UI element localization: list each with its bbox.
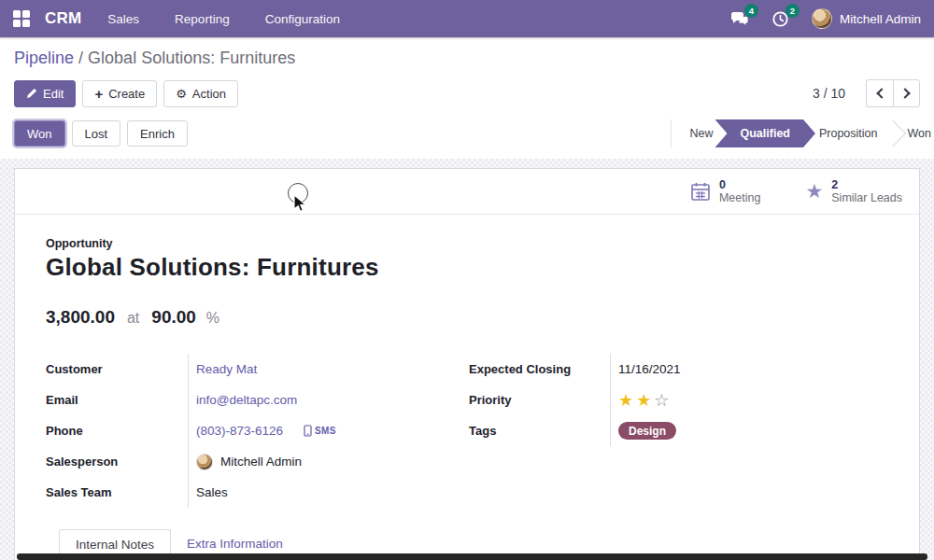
create-button[interactable]: + Create — [82, 80, 157, 107]
messages-icon[interactable]: 4 — [729, 8, 750, 29]
phone-link[interactable]: (803)-873-6126 — [196, 424, 283, 438]
expected-revenue: 3,800.00 at 90.00 % — [46, 307, 888, 328]
field-row-customer: Customer Ready Mat — [46, 354, 450, 385]
calendar-icon — [690, 181, 711, 202]
priority-stars[interactable]: ★★☆ — [618, 392, 672, 409]
breadcrumb-pipeline-link[interactable]: Pipeline — [14, 49, 74, 67]
app-name[interactable]: CRM — [45, 9, 81, 28]
expected-closing-value[interactable]: 11/16/2021 — [618, 362, 681, 376]
email-label: Email — [46, 393, 188, 407]
record-type-label: Opportunity — [46, 237, 888, 250]
similar-leads-stat-button[interactable]: ★ 2 Similar Leads — [796, 175, 912, 208]
won-button[interactable]: Won — [14, 120, 65, 147]
form-sheet: 0 Meeting ★ 2 Similar Leads Opportunity … — [14, 168, 920, 560]
edit-button[interactable]: Edit — [14, 80, 76, 107]
user-name: Mitchell Admin — [840, 12, 921, 26]
salesperson-avatar — [196, 454, 213, 470]
action-button[interactable]: ⚙ Action — [163, 80, 238, 107]
star-filled-icon: ★★ — [618, 391, 654, 410]
similar-leads-count: 2 — [831, 178, 902, 191]
gear-icon: ⚙ — [176, 88, 187, 100]
stage-statusbar: New Qualified Proposition Won — [671, 119, 934, 147]
stat-button-bar: 0 Meeting ★ 2 Similar Leads — [15, 169, 919, 215]
menu-reporting[interactable]: Reporting — [175, 12, 230, 26]
revenue-amount: 3,800.00 — [46, 307, 115, 328]
control-panel: Pipeline / Global Solutions: Furnitures … — [0, 37, 934, 159]
messages-count-badge: 4 — [744, 4, 758, 18]
sms-button[interactable]: SMS — [304, 425, 336, 437]
meetings-stat-button[interactable]: 0 Meeting — [681, 175, 770, 208]
breadcrumb: Pipeline / Global Solutions: Furnitures — [14, 46, 920, 70]
mouse-cursor — [293, 194, 307, 214]
main-menu: Sales Reporting Configuration — [107, 12, 340, 26]
pager-previous-button[interactable] — [866, 79, 893, 107]
meeting-label: Meeting — [719, 191, 760, 204]
sales-team-value[interactable]: Sales — [196, 485, 228, 499]
pager-value: 3 / 10 — [813, 86, 845, 101]
similar-leads-label: Similar Leads — [831, 191, 902, 204]
lost-button[interactable]: Lost — [72, 120, 121, 147]
top-navbar: CRM Sales Reporting Configuration 4 2 Mi… — [0, 0, 934, 37]
apps-menu-icon[interactable] — [13, 10, 30, 27]
probability-value: 90.00 — [151, 307, 196, 328]
field-row-phone: Phone (803)-873-6126 SMS — [46, 415, 450, 446]
chevron-left-icon — [876, 88, 886, 98]
create-button-label: Create — [108, 87, 145, 101]
pager: 3 / 10 — [813, 79, 920, 107]
field-group-right: Expected Closing 11/16/2021 Priority ★★☆… — [469, 354, 888, 508]
chevron-right-icon — [899, 88, 910, 98]
star-empty-icon: ☆ — [654, 391, 672, 410]
edit-button-label: Edit — [43, 87, 64, 101]
field-row-email: Email info@deltapc.com — [46, 385, 450, 415]
phone-label: Phone — [46, 424, 188, 438]
pencil-icon — [26, 88, 37, 99]
salesperson-value[interactable]: Mitchell Admin — [220, 455, 302, 469]
sms-label: SMS — [315, 426, 336, 436]
tag-design: Design — [618, 422, 676, 440]
field-group-left: Customer Ready Mat Email info@deltapc.co… — [46, 354, 450, 508]
star-icon: ★ — [805, 182, 823, 201]
enrich-button[interactable]: Enrich — [127, 120, 188, 147]
email-link[interactable]: info@deltapc.com — [196, 393, 297, 407]
mobile-phone-icon — [304, 425, 312, 437]
breadcrumb-current: Global Solutions: Furnitures — [88, 49, 295, 67]
stage-qualified-active[interactable]: Qualified — [715, 119, 814, 147]
activities-count-badge: 2 — [785, 4, 800, 18]
sales-team-label: Sales Team — [46, 485, 188, 499]
breadcrumb-separator: / — [78, 49, 83, 67]
plus-icon: + — [94, 88, 103, 100]
salesperson-label: Salesperson — [46, 455, 188, 469]
action-button-label: Action — [192, 87, 226, 101]
user-menu[interactable]: Mitchell Admin — [812, 8, 921, 29]
customer-label: Customer — [46, 362, 188, 376]
tags-label: Tags — [469, 424, 610, 438]
revenue-at-label: at — [127, 310, 139, 327]
field-row-tags: Tags Design — [469, 415, 888, 446]
priority-label: Priority — [469, 393, 610, 407]
page-title: Global Solutions: Furnitures — [46, 253, 888, 282]
field-row-sales-team: Sales Team Sales — [46, 477, 450, 508]
form-view-background: 0 Meeting ★ 2 Similar Leads Opportunity … — [0, 159, 934, 560]
menu-sales[interactable]: Sales — [107, 12, 139, 26]
field-row-expected-closing: Expected Closing 11/16/2021 — [469, 354, 888, 385]
menu-configuration[interactable]: Configuration — [265, 12, 340, 26]
field-row-salesperson: Salesperson Mitchell Admin — [46, 446, 450, 477]
bottom-dark-strip — [17, 553, 927, 560]
meeting-count: 0 — [719, 178, 760, 191]
expected-closing-label: Expected Closing — [469, 362, 610, 376]
percent-sign: % — [206, 310, 219, 327]
activities-icon[interactable]: 2 — [771, 8, 791, 29]
customer-link[interactable]: Ready Mat — [196, 362, 257, 376]
pager-next-button[interactable] — [893, 79, 920, 107]
user-avatar — [812, 8, 832, 29]
field-row-priority: Priority ★★☆ — [469, 385, 888, 415]
